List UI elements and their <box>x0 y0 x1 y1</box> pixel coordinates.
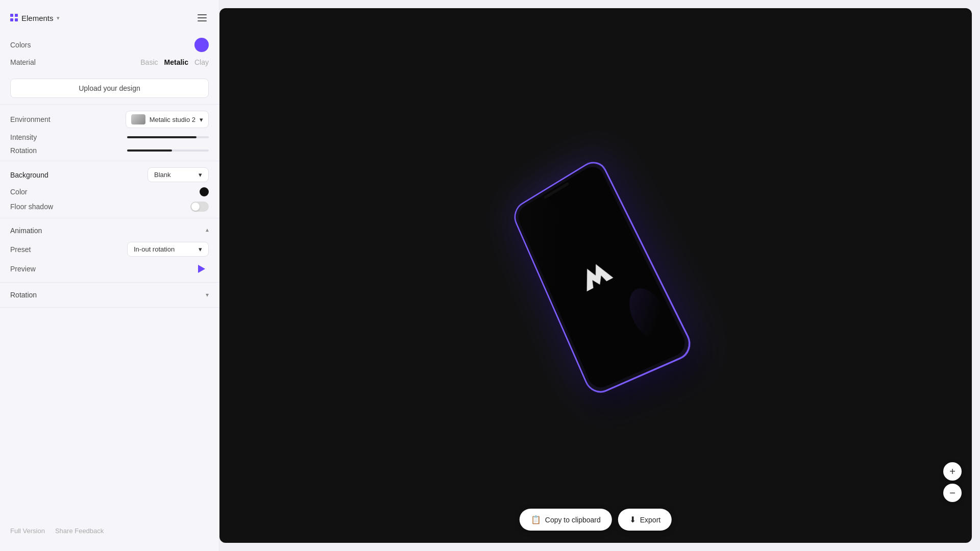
environment-label: Environment <box>10 115 51 123</box>
elements-label: Elements <box>21 14 54 22</box>
bottom-toolbar: 📋 Copy to clipboard ⬇ Export <box>520 509 672 531</box>
floor-shadow-label: Floor shadow <box>10 203 53 211</box>
intensity-row: Intensity <box>10 133 209 141</box>
phone-screen <box>515 162 690 392</box>
background-section: Background Blank ▾ Color Floor shadow <box>0 161 219 218</box>
rotation-env-fill <box>127 149 172 152</box>
tab-clay[interactable]: Clay <box>194 57 209 67</box>
app-logo <box>572 253 620 298</box>
intensity-slider[interactable] <box>127 136 209 138</box>
animation-chevron-icon: ▾ <box>206 227 209 234</box>
svg-marker-0 <box>578 260 613 292</box>
play-icon <box>198 265 205 273</box>
rotation-env-label: Rotation <box>10 146 37 155</box>
sidebar-header: Elements ▾ <box>0 8 219 32</box>
copy-to-clipboard-button[interactable]: 📋 Copy to clipboard <box>520 509 612 531</box>
preset-label: Preset <box>10 245 31 254</box>
floor-shadow-toggle[interactable] <box>190 202 209 212</box>
rotation-env-row: Rotation <box>10 146 209 155</box>
rotation-section-header[interactable]: Rotation ▾ <box>10 289 209 301</box>
export-button[interactable]: ⬇ Export <box>618 509 672 531</box>
background-dropdown[interactable]: Blank ▾ <box>148 167 209 182</box>
preview-play-button[interactable] <box>194 262 209 276</box>
rotation-label: Rotation <box>10 291 37 299</box>
color-picker-button[interactable] <box>194 38 209 52</box>
rotation-section: Rotation ▾ <box>0 283 219 308</box>
material-tabs: Basic Metalic Clay <box>140 57 209 67</box>
material-label: Material <box>10 58 36 66</box>
animation-label: Animation <box>10 227 42 235</box>
environment-select[interactable]: Metalic studio 2 ▾ <box>126 111 209 128</box>
sidebar: Elements ▾ Colors Material Basic Metalic… <box>0 0 219 551</box>
export-label: Export <box>640 516 660 524</box>
copy-label: Copy to clipboard <box>545 516 601 524</box>
preview-row: Preview <box>10 262 209 276</box>
floor-shadow-row: Floor shadow <box>10 202 209 212</box>
rotation-chevron-icon: ▾ <box>206 291 209 298</box>
preset-row: Preset In-out rotation ▾ <box>10 242 209 257</box>
zoom-in-button[interactable]: + <box>943 462 962 481</box>
full-version-link[interactable]: Full Version <box>10 527 45 535</box>
animation-section: Animation ▾ Preset In-out rotation ▾ Pre… <box>0 218 219 283</box>
intensity-fill <box>127 136 197 138</box>
animation-section-header[interactable]: Animation ▾ <box>10 224 209 237</box>
elements-button[interactable]: Elements ▾ <box>10 14 60 22</box>
footer: Full Version Share Feedback <box>0 519 219 543</box>
preset-value: In-out rotation <box>134 245 175 253</box>
toggle-knob <box>191 203 200 211</box>
chevron-down-icon: ▾ <box>199 245 202 253</box>
environment-section: Environment Metalic studio 2 ▾ Intensity… <box>0 105 219 161</box>
chevron-down-icon: ▾ <box>200 116 203 123</box>
bg-color-row: Color <box>10 187 209 196</box>
bg-color-picker[interactable] <box>200 187 209 196</box>
zoom-out-button[interactable]: − <box>943 484 962 502</box>
colors-row: Colors <box>10 38 209 52</box>
chevron-down-icon: ▾ <box>57 15 60 21</box>
tab-metalic[interactable]: Metalic <box>164 57 188 67</box>
tab-basic[interactable]: Basic <box>140 57 158 67</box>
background-value: Blank <box>154 171 171 179</box>
material-row: Material Basic Metalic Clay <box>10 57 209 67</box>
hamburger-button[interactable] <box>195 12 209 23</box>
export-icon: ⬇ <box>629 515 636 524</box>
upload-design-button[interactable]: Upload your design <box>10 79 209 98</box>
rotation-env-slider[interactable] <box>127 149 209 152</box>
animation-content: Preset In-out rotation ▾ Preview <box>10 242 209 276</box>
environment-row: Environment Metalic studio 2 ▾ <box>10 111 209 128</box>
phone-body <box>510 156 697 398</box>
background-row: Background Blank ▾ <box>10 167 209 182</box>
color-label: Color <box>10 188 27 196</box>
elements-icon <box>10 14 18 22</box>
environment-thumbnail <box>131 114 145 124</box>
zoom-controls: + − <box>943 462 962 502</box>
environment-value: Metalic studio 2 <box>150 116 195 123</box>
chevron-down-icon: ▾ <box>199 171 202 179</box>
preview-label: Preview <box>10 265 36 273</box>
canvas-area: 📋 Copy to clipboard ⬇ Export + − <box>219 8 972 543</box>
share-feedback-link[interactable]: Share Feedback <box>55 527 104 535</box>
colors-material-section: Colors Material Basic Metalic Clay Uploa… <box>0 32 219 105</box>
preset-dropdown[interactable]: In-out rotation ▾ <box>127 242 209 257</box>
phone-mockup <box>510 156 697 398</box>
clipboard-icon: 📋 <box>531 515 541 524</box>
background-label: Background <box>10 171 48 179</box>
intensity-label: Intensity <box>10 133 37 141</box>
colors-label: Colors <box>10 41 31 49</box>
